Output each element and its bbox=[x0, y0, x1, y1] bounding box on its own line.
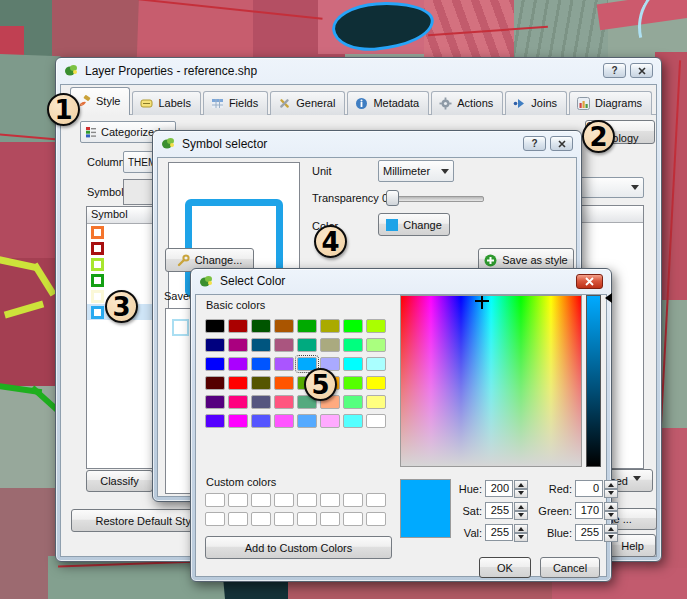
basic-color-swatch[interactable] bbox=[205, 319, 225, 333]
hue-stepper[interactable] bbox=[514, 480, 528, 497]
green-input[interactable]: 170 bbox=[575, 502, 603, 519]
tab-joins[interactable]: Joins bbox=[505, 91, 567, 115]
basic-color-swatch[interactable] bbox=[366, 395, 386, 409]
custom-color-swatch[interactable] bbox=[251, 493, 271, 507]
basic-color-swatch[interactable] bbox=[228, 414, 248, 428]
value-slider[interactable] bbox=[586, 295, 601, 467]
help-titlebar-button[interactable]: ? bbox=[603, 63, 626, 78]
hue-input[interactable]: 200 bbox=[485, 480, 513, 497]
custom-color-swatch[interactable] bbox=[205, 493, 225, 507]
basic-color-swatch[interactable] bbox=[366, 376, 386, 390]
basic-color-swatch[interactable] bbox=[343, 414, 363, 428]
layer-properties-titlebar[interactable]: Layer Properties - reference.shp ? bbox=[56, 58, 661, 83]
tab-metadata[interactable]: Metadata bbox=[347, 91, 429, 115]
ok-button[interactable]: OK bbox=[479, 557, 531, 578]
hue-saturation-picker[interactable] bbox=[400, 295, 582, 467]
close-titlebar-button[interactable] bbox=[630, 63, 653, 78]
basic-color-swatch[interactable] bbox=[205, 376, 225, 390]
val-input[interactable]: 255 bbox=[485, 524, 513, 541]
basic-color-swatch[interactable] bbox=[274, 414, 294, 428]
basic-color-swatch[interactable] bbox=[297, 414, 317, 428]
basic-color-swatch[interactable] bbox=[251, 376, 271, 390]
basic-color-swatch[interactable] bbox=[320, 414, 340, 428]
basic-color-swatch[interactable] bbox=[274, 338, 294, 352]
symbol-swatch bbox=[91, 258, 104, 271]
selected-color-preview bbox=[400, 479, 451, 538]
basic-color-swatch[interactable] bbox=[228, 319, 248, 333]
tab-diagrams[interactable]: Diagrams bbox=[569, 91, 652, 115]
tab-general[interactable]: General bbox=[270, 91, 345, 115]
custom-color-swatch[interactable] bbox=[366, 493, 386, 507]
custom-color-swatch[interactable] bbox=[297, 512, 317, 526]
transparency-slider-handle[interactable] bbox=[386, 190, 399, 206]
basic-color-swatch[interactable] bbox=[274, 395, 294, 409]
custom-color-swatch[interactable] bbox=[343, 493, 363, 507]
cancel-button[interactable]: Cancel bbox=[540, 557, 600, 578]
val-stepper[interactable] bbox=[514, 524, 528, 541]
basic-color-swatch[interactable] bbox=[251, 414, 271, 428]
red-stepper[interactable] bbox=[604, 480, 618, 497]
basic-color-swatch[interactable] bbox=[205, 357, 225, 371]
blue-stepper[interactable] bbox=[604, 524, 618, 541]
basic-color-swatch[interactable] bbox=[274, 357, 294, 371]
tab-fields[interactable]: Fields bbox=[203, 91, 268, 115]
basic-color-swatch[interactable] bbox=[343, 338, 363, 352]
help-titlebar-button[interactable]: ? bbox=[523, 136, 546, 151]
custom-color-swatch[interactable] bbox=[274, 493, 294, 507]
sat-input[interactable]: 255 bbox=[485, 502, 513, 519]
basic-color-swatch[interactable] bbox=[251, 395, 271, 409]
unit-combo[interactable]: Millimeter bbox=[378, 160, 454, 182]
basic-color-swatch[interactable] bbox=[205, 395, 225, 409]
basic-color-swatch[interactable] bbox=[343, 376, 363, 390]
custom-color-swatch[interactable] bbox=[320, 512, 340, 526]
basic-color-swatch[interactable] bbox=[343, 395, 363, 409]
custom-color-swatch[interactable] bbox=[366, 512, 386, 526]
basic-color-swatch[interactable] bbox=[228, 376, 248, 390]
basic-color-swatch[interactable] bbox=[320, 338, 340, 352]
custom-color-swatch[interactable] bbox=[320, 493, 340, 507]
color-change-button[interactable]: Change bbox=[378, 213, 450, 236]
basic-color-swatch[interactable] bbox=[343, 357, 363, 371]
basic-color-swatch[interactable] bbox=[205, 414, 225, 428]
transparency-slider[interactable] bbox=[390, 196, 484, 202]
basic-color-swatch[interactable] bbox=[297, 319, 317, 333]
basic-color-swatch[interactable] bbox=[251, 357, 271, 371]
basic-color-swatch[interactable] bbox=[366, 414, 386, 428]
custom-color-swatch[interactable] bbox=[251, 512, 271, 526]
basic-color-swatch[interactable] bbox=[228, 338, 248, 352]
basic-color-swatch[interactable] bbox=[274, 319, 294, 333]
tab-actions[interactable]: Actions bbox=[431, 91, 503, 115]
select-color-titlebar[interactable]: Select Color bbox=[191, 269, 611, 293]
saved-style-item[interactable] bbox=[172, 319, 189, 336]
basic-color-swatch[interactable] bbox=[228, 357, 248, 371]
custom-color-swatch[interactable] bbox=[205, 512, 225, 526]
basic-color-swatch[interactable] bbox=[366, 319, 386, 333]
green-stepper[interactable] bbox=[604, 502, 618, 519]
basic-color-swatch[interactable] bbox=[274, 376, 294, 390]
custom-color-swatch[interactable] bbox=[274, 512, 294, 526]
tab-labels[interactable]: Labels bbox=[132, 91, 200, 115]
custom-color-swatch[interactable] bbox=[228, 493, 248, 507]
symbol-selector-titlebar[interactable]: Symbol selector ? bbox=[153, 131, 581, 156]
blue-input[interactable]: 255 bbox=[575, 524, 603, 541]
basic-color-swatch[interactable] bbox=[297, 338, 317, 352]
basic-color-swatch[interactable] bbox=[366, 357, 386, 371]
classify-button[interactable]: Classify bbox=[86, 470, 153, 492]
add-to-custom-colors-button[interactable]: Add to Custom Colors bbox=[205, 536, 392, 559]
custom-color-swatch[interactable] bbox=[343, 512, 363, 526]
sat-stepper[interactable] bbox=[514, 502, 528, 519]
basic-color-swatch[interactable] bbox=[251, 338, 271, 352]
symbol-swatch bbox=[91, 226, 104, 239]
basic-color-swatch[interactable] bbox=[343, 319, 363, 333]
basic-color-swatch[interactable] bbox=[228, 395, 248, 409]
basic-color-swatch[interactable] bbox=[320, 319, 340, 333]
close-titlebar-button[interactable] bbox=[576, 274, 603, 289]
red-input[interactable]: 0 bbox=[575, 480, 603, 497]
value-slider-arrow[interactable] bbox=[600, 293, 612, 303]
close-titlebar-button[interactable] bbox=[550, 136, 573, 151]
basic-color-swatch[interactable] bbox=[366, 338, 386, 352]
custom-color-swatch[interactable] bbox=[228, 512, 248, 526]
basic-color-swatch[interactable] bbox=[205, 338, 225, 352]
basic-color-swatch[interactable] bbox=[251, 319, 271, 333]
custom-color-swatch[interactable] bbox=[297, 493, 317, 507]
